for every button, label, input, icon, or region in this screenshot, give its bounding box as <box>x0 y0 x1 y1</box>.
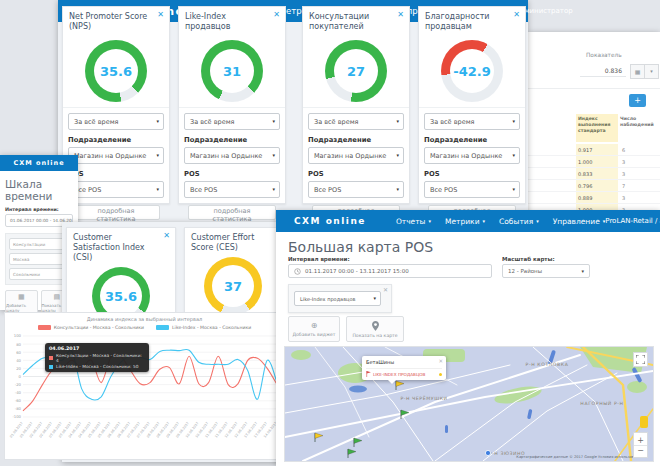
app-logo[interactable]: CXM online <box>294 216 366 226</box>
legend-item[interactable]: Like-Index - Москва - Сокольники <box>156 325 251 330</box>
details-button[interactable]: подробная статистика <box>188 205 276 220</box>
close-icon[interactable]: ✕ <box>157 10 164 19</box>
grid-icon: ▦ <box>18 294 25 301</box>
svg-text:20: 20 <box>16 366 21 371</box>
division-label: Подразделение <box>424 136 520 144</box>
metric-field[interactable]: Консультации <box>9 238 69 250</box>
popup-title: БетаШины <box>366 359 442 365</box>
card-title: Консультации покупателей <box>303 7 409 34</box>
pos-select[interactable]: Все POS▾ <box>424 181 520 198</box>
kpi-card-consultations: Консультации покупателей ✕ 27 За всё вре… <box>302 6 410 204</box>
csi-dashboard-window: Customer Satisfaction Index (CSI) ✕ 35.6… <box>62 222 286 462</box>
zoom-in-button[interactable]: + <box>637 436 644 445</box>
metric-select[interactable]: Like-Index продавцов▾ <box>294 291 381 306</box>
close-icon[interactable]: ✕ <box>273 10 280 19</box>
table-row: 0.8333 <box>528 168 660 180</box>
table-row: 0.8893 <box>528 192 660 204</box>
close-icon[interactable]: ✕ <box>163 231 170 240</box>
zoom-out-button[interactable]: − <box>634 445 647 455</box>
app-logo[interactable]: CXM online <box>13 159 64 167</box>
details-button[interactable]: подробная статистика <box>72 205 160 220</box>
tooltip-swatch <box>49 365 53 369</box>
divider <box>303 107 409 108</box>
chevron-down-icon: ▾ <box>156 119 159 124</box>
popup-metric-link[interactable]: Like-Index продавцов <box>366 368 442 377</box>
account-label[interactable]: ProLAN-Retail / администратор <box>605 217 660 225</box>
status-dot <box>439 373 442 376</box>
card-title: Like-Index продавцов <box>179 7 285 34</box>
map-nav: Отчеты▾ Метрики▾ События▾ Управление▾ <box>396 217 605 226</box>
chevron-down-icon: ▾ <box>272 119 275 124</box>
map-district-label: Р-Н КОТЛОВКА <box>526 362 569 367</box>
trend-chart-panel: Динамика индекса за выбранный интервал К… <box>4 312 285 460</box>
standards-table-window: Показатель 0.836 ▦ ▾ + Индекс выполнения… <box>528 32 660 222</box>
period-select[interactable]: За всё время▾ <box>68 113 164 130</box>
nav-reports[interactable]: Отчеты▾ <box>396 217 431 226</box>
flag-icon <box>366 371 371 377</box>
add-row-button[interactable]: + <box>629 94 646 107</box>
close-icon[interactable]: ✕ <box>383 286 388 293</box>
division-select[interactable]: Магазин на Ордынке▾ <box>184 147 280 164</box>
close-icon[interactable]: ✕ <box>513 10 520 19</box>
pos-dot-marker[interactable] <box>485 450 490 455</box>
divider <box>528 88 660 89</box>
clock-icon <box>294 268 301 275</box>
divider <box>179 107 285 108</box>
period-select[interactable]: За всё время▾ <box>308 113 404 130</box>
metric-widget-panel: Like-Index продавцов▾ ✕ <box>288 284 392 313</box>
pos-select[interactable]: Все POS▾ <box>308 181 404 198</box>
pos-field[interactable]: Сокольники <box>9 268 69 280</box>
period-select[interactable]: За всё время▾ <box>424 113 520 130</box>
fullscreen-button[interactable] <box>633 352 648 367</box>
chevron-down-icon: ▾ <box>396 153 399 158</box>
gauge-value: 35.6 <box>85 40 147 102</box>
svg-text:0: 0 <box>19 374 22 379</box>
scale-select[interactable]: 12 - Районы▾ <box>502 264 590 278</box>
division-select[interactable]: Магазин на Ордынке▾ <box>308 147 404 164</box>
nav-management[interactable]: Управление▾ <box>553 217 606 226</box>
chevron-down-icon: ▾ <box>581 269 584 274</box>
add-icon: ⊕ <box>311 322 318 330</box>
indicator-value[interactable]: 0.836 <box>580 64 626 77</box>
division-select[interactable]: Магазин на Ордынке▾ <box>424 147 520 164</box>
close-icon[interactable]: ✕ <box>438 358 443 364</box>
period-select[interactable]: За всё время▾ <box>184 113 280 130</box>
gauge-value: 37 <box>204 257 262 313</box>
chevron-down-icon: ▾ <box>373 296 376 301</box>
map-attribution[interactable]: Картографические данные © 2017 Google Ус… <box>516 455 643 459</box>
chevron-down-icon: ▾ <box>156 153 159 158</box>
show-on-map-button[interactable]: Показать на карте <box>346 316 404 342</box>
add-widget-button[interactable]: ⊕ Добавить виджет <box>288 316 340 342</box>
card-title: Customer Satisfaction Index (CSI) <box>67 228 175 263</box>
pos-select[interactable]: Все POS▾ <box>68 181 164 198</box>
gauge-ring: -42.9 <box>441 40 503 102</box>
legend-item[interactable]: Консультации - Москва - Сокольники <box>38 325 144 330</box>
zoom-control[interactable]: + − <box>633 432 648 458</box>
card-title: Благодарности продавцам <box>419 7 525 34</box>
pos-select[interactable]: Все POS▾ <box>184 181 280 198</box>
svg-text:40: 40 <box>16 358 21 363</box>
division-label: Подразделение <box>68 136 164 144</box>
dropdown-button[interactable]: ▾ <box>644 64 659 79</box>
svg-text:-80: -80 <box>15 406 22 411</box>
pos-label: POS <box>184 170 280 178</box>
table-row: 0.9176 <box>528 144 660 156</box>
pegman-icon[interactable] <box>640 416 648 428</box>
division-field[interactable]: Москва <box>9 253 69 265</box>
chevron-down-icon: ▾ <box>156 187 159 192</box>
grid-view-button[interactable]: ▦ <box>630 64 645 79</box>
division-label: Подразделение <box>184 136 280 144</box>
nav-events[interactable]: События▾ <box>499 217 539 226</box>
chevron-down-icon: ▾ <box>650 69 653 74</box>
chart-icon: ▤ <box>53 294 60 301</box>
division-select[interactable]: Магазин на Ордынке▾ <box>68 147 164 164</box>
map-canvas[interactable]: Р-Н КОТЛОВКАР-Н ЧЕРЁМУШКИНАГОРНЫЙ Р-НР-Н… <box>284 346 654 462</box>
pos-map-window: CXM online Отчеты▾ Метрики▾ События▾ Упр… <box>276 210 660 466</box>
map-district-label: НАГОРНЫЙ Р-Н <box>580 400 623 406</box>
close-icon[interactable]: ✕ <box>397 10 404 19</box>
nav-metrics[interactable]: Метрики▾ <box>445 217 485 226</box>
interval-input[interactable]: 01.11.2017 00:00 - 13.11.2017 15:00 <box>288 264 492 278</box>
chevron-down-icon: ▾ <box>272 187 275 192</box>
fullscreen-icon <box>636 355 645 364</box>
chevron-down-icon: ▾ <box>483 219 486 224</box>
